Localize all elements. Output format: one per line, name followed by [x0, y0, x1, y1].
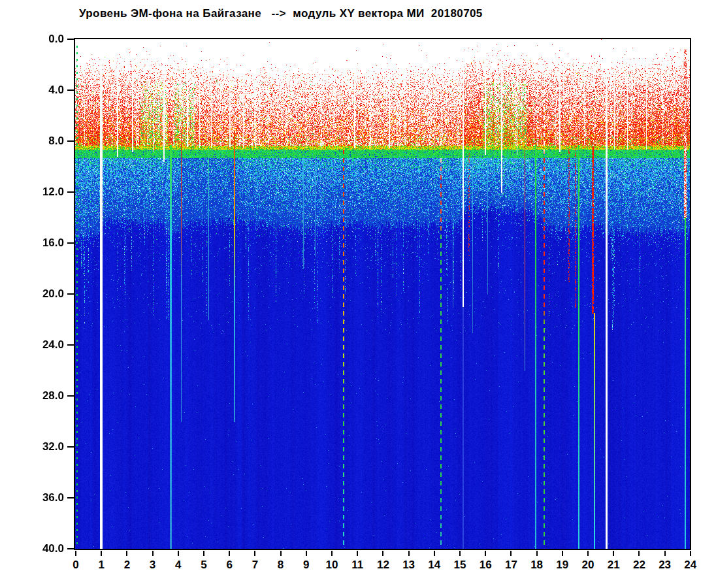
y-tick [67, 548, 74, 549]
x-tick-label: 9 [295, 559, 317, 571]
x-tick-label: 19 [551, 559, 574, 571]
x-tick [357, 551, 358, 556]
x-tick [408, 551, 410, 556]
y-tick [67, 293, 74, 295]
x-tick [382, 551, 383, 556]
y-tick-label: 8.0 [18, 135, 64, 148]
x-tick [152, 551, 154, 556]
y-tick-label: 4.0 [18, 84, 64, 97]
x-tick-label: 6 [218, 559, 240, 571]
x-tick-label: 11 [346, 559, 368, 571]
x-tick [101, 551, 102, 556]
x-tick [75, 551, 76, 556]
x-tick-label: 16 [474, 559, 496, 571]
x-tick [280, 551, 282, 556]
x-tick-label: 2 [116, 559, 138, 571]
x-tick [306, 551, 307, 556]
x-tick [690, 551, 691, 556]
x-tick [510, 551, 512, 556]
x-tick [638, 551, 640, 556]
x-tick [613, 551, 614, 556]
y-tick [67, 395, 74, 397]
x-tick [536, 551, 538, 556]
x-tick [126, 551, 127, 556]
x-tick-label: 15 [449, 559, 471, 571]
y-tick-label: 20.0 [18, 287, 64, 301]
x-tick-label: 10 [321, 559, 343, 571]
x-tick-label: 17 [500, 559, 522, 571]
x-tick-label: 4 [167, 559, 189, 571]
x-tick [459, 551, 461, 556]
y-tick [67, 344, 74, 346]
x-tick-label: 22 [628, 559, 650, 571]
y-tick-label: 16.0 [18, 237, 64, 250]
x-tick-label: 18 [526, 559, 548, 571]
y-tick-label: 32.0 [18, 440, 64, 453]
x-tick-label: 8 [270, 559, 292, 571]
y-tick [67, 39, 74, 40]
y-tick [67, 90, 74, 91]
x-tick-label: 5 [193, 559, 215, 571]
y-tick [67, 446, 74, 448]
x-tick [485, 551, 486, 556]
x-tick-label: 3 [142, 559, 164, 571]
y-tick-label: 36.0 [18, 491, 64, 504]
y-tick-label: 24.0 [18, 338, 64, 351]
x-tick-label: 0 [65, 559, 87, 571]
y-tick-label: 0.0 [18, 33, 64, 46]
x-tick-label: 21 [602, 559, 625, 571]
x-tick [434, 551, 435, 556]
x-tick [229, 551, 230, 556]
x-tick-label: 13 [398, 559, 420, 571]
chart-title: Уровень ЭМ-фона на Байгазане --> модуль … [79, 7, 483, 20]
x-tick-label: 24 [679, 559, 702, 571]
page: { "title": "Уровень ЭМ-фона на Байгазане… [0, 0, 716, 588]
spectrogram-canvas [75, 39, 690, 549]
x-tick [562, 551, 563, 556]
x-tick [664, 551, 666, 556]
x-tick-label: 12 [372, 559, 394, 571]
y-tick-label: 40.0 [18, 542, 64, 555]
y-tick [67, 191, 74, 193]
y-tick [67, 242, 74, 244]
x-tick [254, 551, 255, 556]
y-tick-label: 28.0 [18, 389, 64, 402]
x-tick-label: 1 [90, 559, 112, 571]
x-tick-label: 14 [423, 559, 446, 571]
x-tick [203, 551, 204, 556]
y-tick [67, 140, 74, 142]
y-tick-label: 12.0 [18, 186, 64, 199]
x-tick [331, 551, 333, 556]
x-tick [178, 551, 179, 556]
x-tick-label: 7 [244, 559, 266, 571]
x-tick-label: 20 [577, 559, 599, 571]
y-tick [67, 497, 74, 498]
x-tick-label: 23 [654, 559, 676, 571]
x-tick [587, 551, 589, 556]
